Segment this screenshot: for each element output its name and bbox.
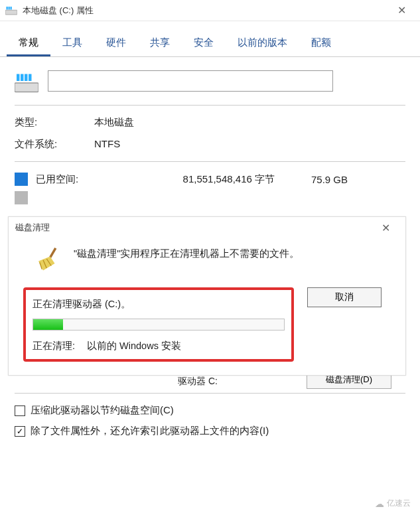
tab-security[interactable]: 安全 xyxy=(182,31,226,56)
tab-general[interactable]: 常规 xyxy=(7,31,50,56)
tab-quota[interactable]: 配额 xyxy=(299,31,343,56)
free-swatch xyxy=(15,191,28,204)
index-label: 除了文件属性外，还允许索引此驱动器上文件的内容(I) xyxy=(31,425,269,437)
used-bytes: 81,551,548,416 字节 xyxy=(142,173,288,186)
dialog-close-icon[interactable]: ✕ xyxy=(372,222,399,234)
highlighted-area: 正在清理驱动器 (C:)。 正在清理: 以前的 Windows 安装 xyxy=(23,287,294,362)
used-label: 已用空间: xyxy=(36,173,142,186)
progress-bar xyxy=(33,319,285,331)
tab-hardware[interactable]: 硬件 xyxy=(94,31,138,56)
type-label: 类型: xyxy=(15,116,94,129)
cloud-icon: ☁ xyxy=(375,498,384,509)
filesystem-label: 文件系统: xyxy=(15,138,94,151)
window-title: 本地磁盘 (C:) 属性 xyxy=(23,5,388,17)
tabs: 常规 工具 硬件 共享 安全 以前的版本 配额 xyxy=(0,31,420,57)
cleaning-drive-text: 正在清理驱动器 (C:)。 xyxy=(33,298,285,311)
tab-tools[interactable]: 工具 xyxy=(50,31,94,56)
compress-checkbox[interactable] xyxy=(15,405,25,416)
drive-large-icon xyxy=(15,73,38,93)
broom-icon xyxy=(34,245,62,273)
dialog-title: 磁盘清理 xyxy=(15,222,50,234)
svg-rect-4 xyxy=(15,83,38,92)
svg-rect-8 xyxy=(29,74,32,82)
used-size: 75.9 GB xyxy=(288,174,348,185)
cleanup-dialog: 磁盘清理 ✕ "磁盘清理"实用程序正在清理机器上不需要的文件。 正在清理驱动器 … xyxy=(8,216,406,376)
dialog-message: "磁盘清理"实用程序正在清理机器上不需要的文件。 xyxy=(74,245,299,260)
svg-rect-5 xyxy=(17,74,20,82)
svg-rect-6 xyxy=(21,74,24,82)
type-value: 本地磁盘 xyxy=(94,116,134,129)
close-icon[interactable]: ✕ xyxy=(388,4,415,17)
index-checkbox-row[interactable]: ✓ 除了文件属性外，还允许索引此驱动器上文件的内容(I) xyxy=(15,425,405,437)
svg-rect-3 xyxy=(11,7,12,10)
progress-fill xyxy=(33,319,63,330)
filesystem-value: NTFS xyxy=(94,138,120,151)
drive-icon xyxy=(5,6,17,15)
svg-rect-7 xyxy=(25,74,28,82)
drive-label: 驱动器 C: xyxy=(178,376,218,388)
volume-name-input[interactable] xyxy=(48,70,333,92)
compress-checkbox-row[interactable]: 压缩此驱动器以节约磁盘空间(C) xyxy=(15,404,405,417)
svg-rect-2 xyxy=(9,7,10,10)
cancel-button[interactable]: 取消 xyxy=(307,287,382,307)
compress-label: 压缩此驱动器以节约磁盘空间(C) xyxy=(31,404,174,417)
tab-sharing[interactable]: 共享 xyxy=(138,31,182,56)
title-bar: 本地磁盘 (C:) 属性 ✕ xyxy=(0,0,420,21)
cleaning-status-value: 以前的 Windows 安装 xyxy=(87,340,181,352)
cleaning-status-label: 正在清理: xyxy=(33,340,75,352)
index-checkbox[interactable]: ✓ xyxy=(15,426,25,437)
svg-rect-1 xyxy=(7,7,8,10)
watermark-text: 亿速云 xyxy=(387,498,411,509)
used-swatch xyxy=(15,173,28,186)
svg-rect-0 xyxy=(5,10,17,15)
watermark: ☁ 亿速云 xyxy=(370,496,416,511)
tab-previous-versions[interactable]: 以前的版本 xyxy=(226,31,299,56)
